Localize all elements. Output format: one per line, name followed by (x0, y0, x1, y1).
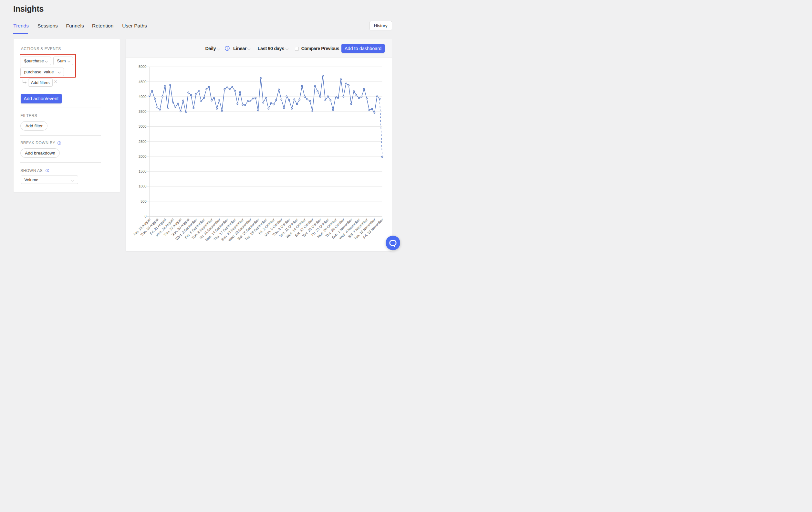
svg-text:2000: 2000 (139, 155, 146, 158)
svg-text:4000: 4000 (139, 95, 146, 99)
svg-text:0: 0 (144, 214, 146, 218)
svg-text:5000: 5000 (139, 65, 146, 69)
svg-text:1000: 1000 (139, 184, 146, 188)
svg-text:4500: 4500 (139, 80, 146, 84)
svg-text:500: 500 (141, 199, 146, 203)
svg-text:1500: 1500 (139, 169, 146, 173)
svg-text:3500: 3500 (139, 110, 146, 113)
svg-text:2500: 2500 (139, 140, 146, 143)
svg-text:3000: 3000 (139, 125, 146, 128)
